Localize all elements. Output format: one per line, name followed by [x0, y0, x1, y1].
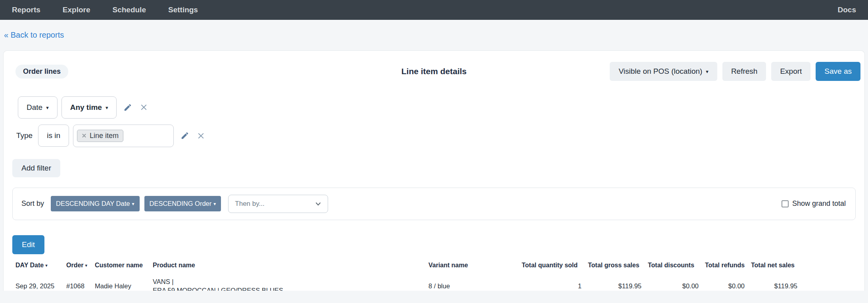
- cell-product-name: VANS | ERA 59 MOROCCAN | GEO/DRESS BLUES: [150, 272, 425, 291]
- sort-button-order-label: DESCENDING Order: [150, 200, 212, 207]
- report-card: Order lines Line item details Visible on…: [3, 50, 865, 291]
- date-filter-field-button[interactable]: Date▾: [18, 96, 58, 119]
- save-as-button[interactable]: Save as: [816, 62, 860, 81]
- pencil-icon: [181, 131, 189, 140]
- chevron-down-icon: [314, 200, 322, 208]
- caret-down-icon: ▾: [46, 105, 49, 111]
- sort-button-order[interactable]: DESCENDING Order▾: [144, 196, 221, 211]
- table-header-row: DAY Date▾ Order▾ Customer name Product n…: [12, 258, 801, 272]
- column-header-order[interactable]: Order▾: [63, 258, 92, 272]
- column-header-variant-name[interactable]: Variant name: [425, 258, 518, 272]
- then-by-select[interactable]: Then by...: [228, 195, 328, 213]
- report-header: Order lines Line item details Visible on…: [4, 51, 864, 82]
- remove-type-filter-button[interactable]: [196, 131, 206, 141]
- type-operator-button[interactable]: is in: [38, 125, 69, 147]
- column-header-product-name[interactable]: Product name: [150, 258, 425, 272]
- top-nav: Reports Explore Schedule Settings Docs: [0, 0, 868, 20]
- sort-button-day-date[interactable]: DESCENDING DAY Date▾: [51, 196, 139, 211]
- show-grand-total-checkbox[interactable]: [782, 200, 789, 207]
- nav-item-docs[interactable]: Docs: [838, 6, 856, 14]
- sort-button-day-date-label: DESCENDING DAY Date: [56, 200, 130, 207]
- column-header-total-discounts[interactable]: Total discounts: [645, 258, 702, 272]
- edit-type-filter-button[interactable]: [179, 130, 190, 141]
- add-filter-button[interactable]: Add filter: [12, 159, 60, 177]
- show-grand-total-label: Show grand total: [792, 199, 846, 208]
- cell-customer-name: Madie Haley: [92, 272, 150, 291]
- sort-by-label: Sort by: [21, 199, 44, 208]
- column-header-total-net-sales[interactable]: Total net sales: [748, 258, 801, 272]
- cell-total-quantity-sold: 1: [518, 272, 585, 291]
- column-header-total-refunds[interactable]: Total refunds: [702, 258, 748, 272]
- report-table: DAY Date▾ Order▾ Customer name Product n…: [12, 258, 801, 291]
- column-header-day-date[interactable]: DAY Date▾: [12, 258, 63, 272]
- sort-controls: Sort by DESCENDING DAY Date▾ DESCENDING …: [12, 188, 856, 220]
- date-filter-value-button[interactable]: Any time▾: [61, 96, 117, 119]
- header-actions: Visible on POS (location)▾ Refresh Expor…: [610, 62, 860, 81]
- caret-down-icon: ▾: [45, 263, 48, 268]
- report-type-badge: Order lines: [15, 65, 68, 79]
- cell-day-date: Sep 29, 2025: [12, 272, 63, 291]
- remove-tag-icon[interactable]: [82, 133, 86, 138]
- nav-item-schedule[interactable]: Schedule: [113, 6, 146, 14]
- column-header-total-quantity-sold[interactable]: Total quantity sold: [518, 258, 585, 272]
- table-row: Sep 29, 2025 #1068 Madie Haley VANS | ER…: [12, 272, 801, 291]
- product-name-line2: ERA 59 MOROCCAN | GEO/DRESS BLUES: [153, 286, 422, 291]
- close-icon: [197, 132, 205, 140]
- then-by-placeholder: Then by...: [235, 200, 264, 208]
- date-filter-value-label: Any time: [70, 103, 102, 111]
- caret-down-icon: ▾: [213, 201, 216, 207]
- nav-item-explore[interactable]: Explore: [63, 6, 90, 14]
- edit-date-filter-button[interactable]: [122, 102, 133, 113]
- type-filter-label: Type: [16, 131, 33, 140]
- type-filter-tag: Line item: [77, 130, 123, 142]
- column-header-total-gross-sales[interactable]: Total gross sales: [585, 258, 645, 272]
- cell-total-net-sales: $119.95: [748, 272, 801, 291]
- caret-down-icon: ▾: [132, 201, 134, 207]
- cell-total-discounts: $0.00: [645, 272, 702, 291]
- close-icon: [140, 104, 148, 111]
- cell-variant-name: 8 / blue: [425, 272, 518, 291]
- edit-button[interactable]: Edit: [12, 235, 44, 254]
- caret-down-icon: ▾: [85, 263, 88, 268]
- show-grand-total-toggle[interactable]: Show grand total: [782, 199, 846, 208]
- remove-date-filter-button[interactable]: [139, 102, 149, 112]
- pos-visibility-label: Visible on POS (location): [618, 67, 702, 75]
- type-filter-value-box[interactable]: Line item: [73, 125, 174, 147]
- cell-total-refunds: $0.00: [702, 272, 748, 291]
- date-filter-field-label: Date: [27, 103, 42, 111]
- pos-visibility-dropdown[interactable]: Visible on POS (location)▾: [610, 62, 717, 81]
- refresh-button[interactable]: Refresh: [722, 62, 766, 81]
- date-filter-row: Date▾ Any time▾: [18, 96, 864, 119]
- nav-item-settings[interactable]: Settings: [168, 6, 198, 14]
- nav-item-reports[interactable]: Reports: [12, 6, 40, 14]
- export-button[interactable]: Export: [771, 62, 810, 81]
- cell-order: #1068: [63, 272, 92, 291]
- caret-down-icon: ▾: [706, 69, 709, 75]
- column-header-customer-name[interactable]: Customer name: [92, 258, 150, 272]
- caret-down-icon: ▾: [106, 105, 108, 111]
- product-name-line1: VANS |: [153, 277, 422, 286]
- page-body: « Back to reports Order lines Line item …: [0, 20, 868, 291]
- pencil-icon: [123, 103, 132, 112]
- type-filter-tag-label: Line item: [90, 132, 119, 140]
- type-filter-row: Type is in Line item: [16, 125, 864, 147]
- back-to-reports-link[interactable]: « Back to reports: [4, 31, 64, 40]
- cell-total-gross-sales: $119.95: [585, 272, 645, 291]
